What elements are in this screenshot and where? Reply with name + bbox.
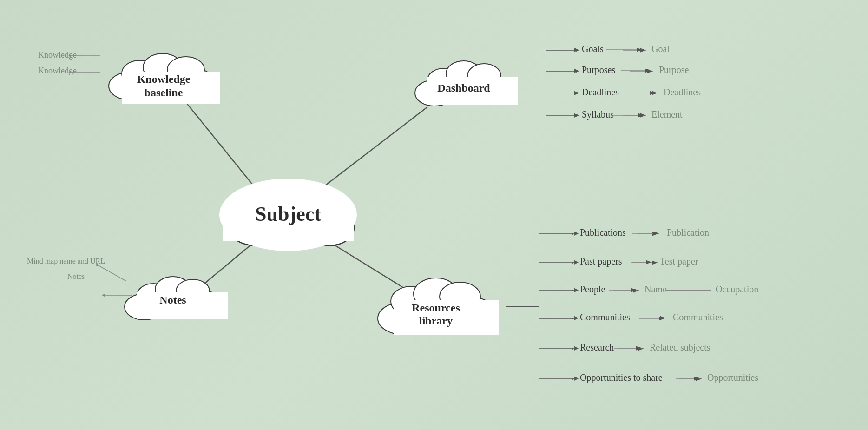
- svg-text:▸: ▸: [574, 373, 579, 383]
- notes-left-label-1: Mind map name and URL: [27, 257, 105, 265]
- svg-text:▸: ▸: [574, 88, 579, 97]
- res-past-sub: Test paper: [660, 256, 698, 267]
- res-research-label: Research: [580, 342, 614, 352]
- notes-left-label-2: Notes: [67, 272, 85, 280]
- dashboard-text: Dashboard: [437, 82, 490, 94]
- kb-text-line1: Knowledge: [137, 73, 191, 85]
- res-pub-label: Publications: [580, 227, 626, 238]
- dash-purposes-sub: Purpose: [659, 65, 689, 75]
- dash-purposes-label: Purposes: [582, 65, 615, 75]
- svg-text:▸: ▸: [574, 343, 579, 352]
- res-past-label: Past papers: [580, 256, 622, 267]
- res-people-label: People: [580, 284, 605, 295]
- dash-syllabus-label: Syllabus: [582, 109, 614, 120]
- res-people-occ: Occupation: [716, 284, 758, 295]
- resources-text-line1: Resources: [412, 302, 460, 314]
- res-communities-sub: Communities: [673, 312, 723, 322]
- kb-text-line2: baseline: [145, 86, 183, 99]
- svg-text:▸: ▸: [574, 45, 579, 54]
- res-communities-label: Communities: [580, 312, 630, 322]
- svg-text:▸: ▸: [574, 313, 579, 322]
- svg-text:▸: ▸: [574, 228, 579, 238]
- dash-goals-label: Goals: [582, 44, 604, 54]
- dash-syllabus-sub: Element: [651, 109, 683, 119]
- res-research-sub: Related subjects: [650, 342, 710, 353]
- resources-text-line2: library: [419, 315, 453, 327]
- res-opps-label: Opportunities to share: [580, 372, 663, 383]
- kb-left-label-1: Knowledge: [38, 50, 77, 60]
- kb-left-label-2: Knowledge: [38, 66, 77, 75]
- res-people-name: Name: [644, 284, 667, 294]
- line-subject-dashboard: [320, 107, 427, 190]
- svg-text:▸: ▸: [574, 66, 579, 75]
- res-pub-sub: Publication: [667, 227, 709, 238]
- res-opps-sub: Opportunities: [707, 372, 758, 383]
- svg-text:▸: ▸: [574, 285, 579, 294]
- notes-text: Notes: [159, 294, 186, 306]
- subject-text: Subject: [255, 203, 321, 225]
- dash-goals-sub: Goal: [651, 44, 670, 54]
- dash-deadlines-sub: Deadlines: [664, 87, 701, 97]
- line-subject-knowledge: [186, 102, 259, 193]
- dash-deadlines-label: Deadlines: [582, 87, 619, 97]
- arrow-notes-2: [102, 294, 105, 297]
- svg-text:▸: ▸: [574, 110, 579, 119]
- line-notes-label1: [98, 265, 126, 281]
- svg-text:▸: ▸: [574, 257, 579, 266]
